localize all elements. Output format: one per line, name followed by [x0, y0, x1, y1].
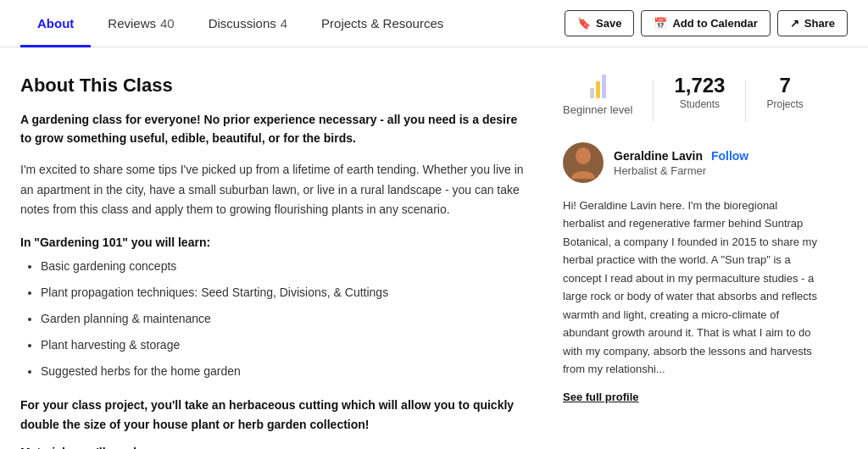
svg-point-0 — [576, 147, 591, 164]
reviews-badge: 40 — [160, 16, 175, 30]
instructor-name-row: Geraldine Lavin Follow — [614, 149, 748, 163]
calendar-label: Add to Calendar — [672, 17, 757, 30]
share-button[interactable]: ↗ Share — [777, 10, 848, 36]
stat-divider-1 — [653, 80, 654, 122]
tab-about-label: About — [37, 16, 74, 30]
share-icon: ↗ — [790, 17, 799, 30]
stat-level: Beginner level — [563, 75, 632, 116]
stats-row: Beginner level 1,723 Students 7 Projects — [563, 75, 817, 122]
students-count: 1,723 — [674, 75, 725, 97]
list-item: Garden planning & maintenance — [41, 310, 529, 328]
level-icon — [590, 75, 606, 98]
right-column: Beginner level 1,723 Students 7 Projects — [563, 75, 817, 449]
calendar-icon: 📅 — [654, 17, 667, 30]
intro-bold: A gardening class for everyone! No prior… — [20, 110, 529, 148]
follow-link[interactable]: Follow — [711, 149, 748, 163]
instructor-row: Geraldine Lavin Follow Herbalist & Farme… — [563, 142, 817, 183]
instructor-role: Herbalist & Farmer — [614, 164, 748, 177]
main-layout: About This Class A gardening class for e… — [0, 47, 868, 449]
list-item: Plant propagation techniques: Seed Start… — [41, 284, 529, 302]
stat-students: 1,723 Students — [674, 75, 725, 110]
list-item: Plant harvesting & storage — [41, 336, 529, 354]
materials-heading: Materials you'll need: — [20, 446, 529, 449]
learn-list: Basic gardening concepts Plant propagati… — [20, 258, 529, 380]
nav-bar: About Reviews 40 Discussions 4 Projects … — [0, 0, 868, 47]
share-label: Share — [804, 17, 835, 30]
stat-projects: 7 Projects — [766, 75, 803, 110]
instructor-info: Geraldine Lavin Follow Herbalist & Farme… — [614, 149, 748, 177]
save-label: Save — [596, 17, 621, 30]
tab-about[interactable]: About — [20, 1, 91, 47]
tab-projects[interactable]: Projects & Resources — [304, 1, 460, 47]
projects-label: Projects — [766, 98, 803, 110]
level-label: Beginner level — [563, 103, 632, 116]
tab-reviews-label: Reviews — [108, 16, 156, 30]
bookmark-icon: 🔖 — [577, 17, 591, 30]
instructor-bio: Hi! Geraldine Lavin here. I'm the bioreg… — [563, 197, 817, 378]
left-column: About This Class A gardening class for e… — [20, 75, 563, 449]
tab-discussions[interactable]: Discussions 4 — [192, 1, 304, 47]
add-to-calendar-button[interactable]: 📅 Add to Calendar — [641, 10, 770, 36]
tab-discussions-label: Discussions — [209, 16, 276, 30]
nav-tabs: About Reviews 40 Discussions 4 Projects … — [20, 0, 460, 47]
stat-divider-2 — [745, 80, 746, 122]
nav-actions: 🔖 Save 📅 Add to Calendar ↗ Share — [565, 10, 848, 36]
discussions-badge: 4 — [281, 16, 287, 30]
learn-heading: In "Gardening 101" you will learn: — [20, 236, 529, 249]
tab-reviews[interactable]: Reviews 40 — [91, 1, 191, 47]
intro-text: I'm excited to share some tips I've pick… — [20, 160, 529, 220]
project-description: For your class project, you'll take an h… — [20, 396, 529, 434]
projects-count: 7 — [779, 75, 790, 97]
tab-projects-label: Projects & Resources — [321, 16, 443, 30]
see-full-profile-link[interactable]: See full profile — [563, 391, 639, 403]
avatar — [563, 142, 604, 183]
students-label: Students — [680, 98, 720, 110]
save-button[interactable]: 🔖 Save — [565, 10, 634, 36]
instructor-name: Geraldine Lavin — [614, 149, 703, 163]
list-item: Suggested herbs for the home garden — [41, 363, 529, 380]
list-item: Basic gardening concepts — [41, 258, 529, 275]
section-title: About This Class — [20, 75, 529, 97]
